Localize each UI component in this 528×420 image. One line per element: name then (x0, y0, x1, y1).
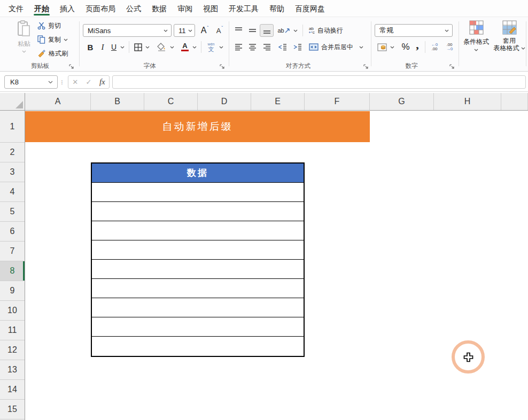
decrease-decimal-button[interactable]: .00 →0 (443, 41, 456, 53)
fill-color-chevron-icon[interactable] (168, 41, 176, 53)
orientation-button[interactable]: ab (277, 24, 291, 37)
merge-center-button[interactable]: 合并后居中 (309, 41, 363, 53)
row-header-8[interactable]: 8 (0, 261, 25, 281)
number-dialog-launcher[interactable] (449, 64, 455, 69)
increase-decimal-button[interactable]: ←0 .00 (428, 41, 441, 53)
conditional-format-button[interactable]: 条件格式 (461, 20, 492, 51)
confirm-icon[interactable]: ✓ (86, 78, 92, 86)
menu-tab-开始[interactable]: 开始 (29, 0, 55, 17)
row-header-5[interactable]: 5 (0, 202, 25, 222)
font-color-chevron-icon[interactable] (191, 41, 198, 53)
fx-icon[interactable]: fx (99, 77, 105, 87)
row-header-9[interactable]: 9 (0, 281, 25, 301)
menu-tab-公式[interactable]: 公式 (121, 0, 146, 17)
copy-button[interactable]: 复制 (37, 34, 68, 45)
format-painter-button[interactable]: 格式刷 (37, 48, 68, 59)
phonetic-chevron-icon[interactable] (218, 41, 225, 53)
italic-button[interactable]: I (97, 41, 108, 53)
menu-tab-文件[interactable]: 文件 (3, 0, 29, 17)
align-top-button[interactable] (232, 24, 245, 37)
row-header-7[interactable]: 7 (0, 242, 25, 261)
formula-bar-handle[interactable]: ⁝ (61, 75, 63, 89)
row-header-3[interactable]: 3 (0, 162, 25, 182)
comma-style-button[interactable]: , (414, 38, 421, 51)
data-table-row[interactable] (92, 317, 304, 337)
font-dialog-launcher[interactable] (219, 64, 225, 69)
data-table-row[interactable] (92, 337, 304, 356)
grow-font-button[interactable]: Aˆ (198, 24, 212, 37)
menu-tab-百度网盘[interactable]: 百度网盘 (290, 0, 330, 17)
data-table-row[interactable] (92, 202, 304, 221)
menu-tab-视图[interactable]: 视图 (198, 0, 223, 17)
cancel-icon[interactable]: ✕ (72, 78, 78, 86)
menu-tab-数据[interactable]: 数据 (146, 0, 172, 17)
align-middle-button[interactable] (246, 24, 259, 37)
row-header-4[interactable]: 4 (0, 182, 25, 202)
fill-color-button[interactable] (155, 41, 168, 53)
row-header-15[interactable]: 15 (0, 400, 25, 419)
cells-area[interactable]: 自动新增后缀 数据 (25, 111, 528, 420)
borders-button[interactable] (132, 41, 144, 53)
column-header-D[interactable]: D (198, 93, 251, 110)
paste-button[interactable]: 粘贴 (12, 20, 36, 53)
column-header-H[interactable]: H (434, 93, 501, 110)
menu-tab-帮助[interactable]: 帮助 (264, 0, 290, 17)
menu-tab-插入[interactable]: 插入 (55, 0, 80, 17)
data-table-row[interactable] (92, 183, 304, 202)
row-header-14[interactable]: 14 (0, 380, 25, 400)
align-bottom-button[interactable] (260, 24, 274, 37)
title-banner-cell[interactable]: 自动新增后缀 (25, 111, 370, 142)
percent-style-button[interactable]: % (400, 41, 411, 53)
column-header-G[interactable]: G (370, 93, 434, 110)
menu-tab-开发工具[interactable]: 开发工具 (223, 0, 264, 17)
data-table-row[interactable] (92, 298, 304, 317)
format-as-table-button[interactable]: 套用 表格格式 (493, 20, 526, 52)
clipboard-dialog-launcher[interactable] (68, 64, 74, 69)
font-color-button[interactable]: A (180, 41, 190, 53)
align-left-button[interactable] (232, 41, 245, 53)
row-header-12[interactable]: 12 (0, 340, 25, 360)
row-header-6[interactable]: 6 (0, 222, 25, 242)
align-center-button[interactable] (246, 41, 259, 53)
name-box[interactable]: K8 (4, 75, 58, 89)
column-header-C[interactable]: C (144, 93, 198, 110)
shrink-font-button[interactable]: Aˇ (213, 24, 227, 37)
cut-button[interactable]: 剪切 (37, 20, 61, 32)
data-table-row[interactable] (92, 240, 304, 260)
menu-tab-审阅[interactable]: 审阅 (172, 0, 198, 17)
column-header-F[interactable]: F (305, 93, 370, 110)
row-header-13[interactable]: 13 (0, 360, 25, 380)
bold-button[interactable]: B (84, 41, 96, 53)
accounting-chevron-icon[interactable] (389, 41, 396, 53)
underline-chevron-icon[interactable] (119, 41, 126, 53)
row-header-1[interactable]: 1 (0, 111, 25, 143)
font-name-combo[interactable]: MiSans (83, 24, 172, 37)
data-table[interactable]: 数据 (91, 162, 305, 357)
select-all-corner[interactable] (0, 93, 25, 111)
row-header-10[interactable]: 10 (0, 301, 25, 321)
row-header-2[interactable]: 2 (0, 143, 25, 162)
underline-button[interactable]: U (109, 41, 119, 53)
menu-tab-页面布局[interactable]: 页面布局 (80, 0, 121, 17)
alignment-dialog-launcher[interactable] (363, 64, 369, 69)
row-header-11[interactable]: 11 (0, 321, 25, 340)
number-format-combo[interactable]: 常规 (375, 24, 453, 37)
align-right-button[interactable] (260, 41, 274, 53)
phonetic-guide-button[interactable]: wén 文 (205, 41, 218, 53)
column-header-E[interactable]: E (251, 93, 305, 110)
formula-input[interactable] (112, 75, 526, 89)
data-table-row[interactable] (92, 260, 304, 279)
increase-indent-button[interactable] (291, 41, 305, 53)
column-header-A[interactable]: A (25, 93, 91, 110)
data-table-row[interactable] (92, 221, 304, 240)
column-header-B[interactable]: B (91, 93, 144, 110)
borders-chevron-icon[interactable] (144, 41, 151, 53)
font-size-combo[interactable]: 11 (174, 24, 195, 37)
column-header-partial[interactable] (501, 93, 528, 110)
orientation-chevron-icon[interactable] (292, 24, 299, 37)
decrease-indent-button[interactable] (276, 41, 290, 53)
wrap-text-button[interactable]: ab ↩c 自动换行 (309, 25, 343, 36)
data-table-header[interactable]: 数据 (92, 164, 304, 183)
data-table-row[interactable] (92, 279, 304, 298)
accounting-format-button[interactable] (376, 41, 389, 53)
